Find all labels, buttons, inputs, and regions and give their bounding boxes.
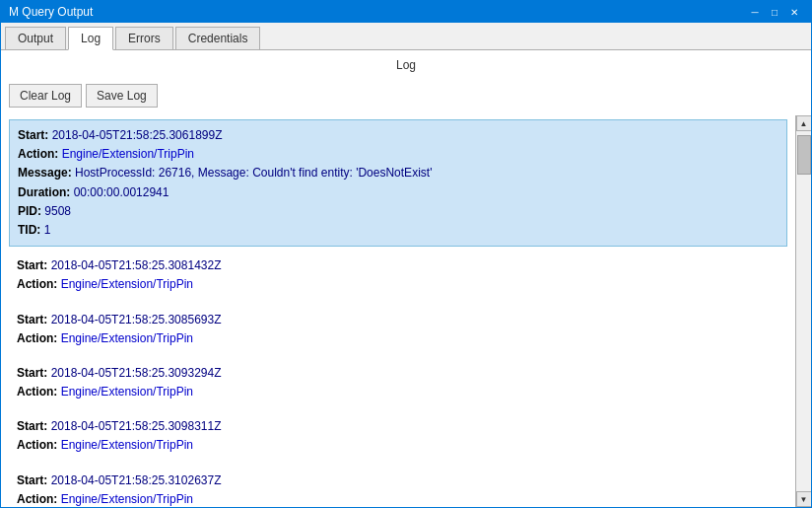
log-entry-2[interactable]: Start: 2018-04-05T21:58:25.3081432Z Acti… [9,251,787,300]
log-field-start: Start: 2018-04-05T21:58:25.3093294Z [17,364,779,383]
scroll-track[interactable] [796,131,811,491]
log-field-message: Message: HostProcessId: 26716, Message: … [18,164,778,182]
log-entry-6[interactable]: Start: 2018-04-05T21:58:25.3102637Z Acti… [9,466,787,507]
toolbar: Clear Log Save Log [1,80,811,115]
log-field-action: Action: Engine/Extension/TripPin [17,383,779,401]
log-field-start: Start: 2018-04-05T21:58:25.3061899Z [18,126,778,145]
log-container[interactable]: Start: 2018-04-05T21:58:25.3061899Z Acti… [1,115,795,507]
scroll-down-arrow[interactable]: ▼ [796,491,812,507]
log-field-action: Action: Engine/Extension/TripPin [17,329,779,348]
log-field-start: Start: 2018-04-05T21:58:25.3098311Z [17,417,779,436]
tab-errors[interactable]: Errors [115,27,173,49]
log-field-start: Start: 2018-04-05T21:58:25.3085693Z [17,311,779,329]
maximize-button[interactable]: □ [766,4,783,20]
tab-output[interactable]: Output [5,27,66,49]
tab-log[interactable]: Log [68,27,113,50]
log-scroll-area: Start: 2018-04-05T21:58:25.3061899Z Acti… [1,115,811,507]
tab-credentials[interactable]: Credentials [175,27,261,49]
log-field-pid: PID: 9508 [18,202,778,221]
scrollbar[interactable]: ▲ ▼ [795,115,811,507]
log-entry-3[interactable]: Start: 2018-04-05T21:58:25.3085693Z Acti… [9,305,787,354]
main-window: M Query Output ─ □ ✕ Output Log Errors C… [0,0,812,508]
tabs-bar: Output Log Errors Credentials [1,23,811,50]
clear-log-button[interactable]: Clear Log [9,84,82,108]
content-area: Log Clear Log Save Log Start: 2018-04-05… [1,50,811,507]
log-field-action: Action: Engine/Extension/TripPin [17,275,779,294]
log-entry-4[interactable]: Start: 2018-04-05T21:58:25.3093294Z Acti… [9,358,787,407]
window-controls: ─ □ ✕ [746,4,803,20]
log-field-action: Action: Engine/Extension/TripPin [18,145,778,164]
log-field-action: Action: Engine/Extension/TripPin [17,436,779,455]
title-bar: M Query Output ─ □ ✕ [1,1,811,23]
log-entry-5[interactable]: Start: 2018-04-05T21:58:25.3098311Z Acti… [9,411,787,461]
log-field-start: Start: 2018-04-05T21:58:25.3081432Z [17,256,779,275]
scroll-thumb[interactable] [797,135,811,175]
save-log-button[interactable]: Save Log [86,84,158,108]
close-button[interactable]: ✕ [785,4,803,20]
scroll-up-arrow[interactable]: ▲ [796,115,812,131]
log-field-tid: TID: 1 [18,221,778,240]
minimize-button[interactable]: ─ [746,4,764,20]
window-title: M Query Output [9,5,93,19]
log-field-start: Start: 2018-04-05T21:58:25.3102637Z [17,472,779,490]
log-field-action: Action: Engine/Extension/TripPin [17,490,779,507]
log-title: Log [1,50,811,80]
log-field-duration: Duration: 00:00:00.0012941 [18,183,778,202]
log-entry-1[interactable]: Start: 2018-04-05T21:58:25.3061899Z Acti… [9,119,787,247]
